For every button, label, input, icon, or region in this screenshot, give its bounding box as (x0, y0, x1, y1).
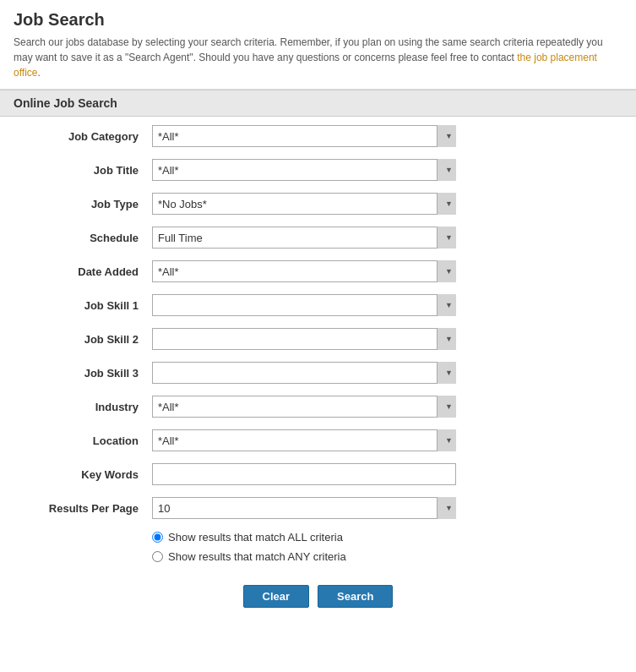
job-type-row: Job Type *No Jobs* (17, 193, 619, 215)
date-added-wrap: *All* (152, 260, 456, 282)
schedule-wrap: Full Time (152, 227, 456, 249)
page-title: Job Search (14, 10, 622, 30)
form-container: Job Category *All* Job Title *All* Job T… (0, 117, 636, 642)
contact-link[interactable]: the job placement office (14, 52, 597, 79)
date-added-row: Date Added *All* (17, 260, 619, 282)
schedule-label: Schedule (17, 232, 152, 244)
match-all-label[interactable]: Show results that match ALL criteria (168, 531, 343, 544)
location-wrap: *All* (152, 429, 456, 451)
page-description: Search our jobs database by selecting yo… (14, 35, 622, 80)
job-category-row: Job Category *All* (17, 125, 619, 147)
job-skill-2-row: Job Skill 2 (17, 328, 619, 350)
match-all-row: Show results that match ALL criteria (152, 531, 619, 544)
results-per-page-select[interactable]: 10 (152, 497, 456, 519)
job-category-label: Job Category (17, 130, 152, 143)
industry-wrap: *All* (152, 396, 456, 418)
match-any-label[interactable]: Show results that match ANY criteria (168, 550, 346, 563)
job-title-wrap: *All* (152, 159, 456, 181)
job-skill-1-label: Job Skill 1 (17, 299, 152, 312)
date-added-select[interactable]: *All* (152, 260, 456, 282)
location-label: Location (17, 434, 152, 447)
date-added-label: Date Added (17, 265, 152, 278)
job-category-select[interactable]: *All* (152, 125, 456, 147)
job-type-select[interactable]: *No Jobs* (152, 193, 456, 215)
schedule-row: Schedule Full Time (17, 227, 619, 249)
section-header: Online Job Search (0, 90, 636, 117)
job-skill-1-wrap (152, 294, 456, 316)
match-any-radio[interactable] (152, 551, 163, 562)
match-all-radio[interactable] (152, 532, 163, 543)
job-title-select[interactable]: *All* (152, 159, 456, 181)
job-skill-1-row: Job Skill 1 (17, 294, 619, 316)
buttons-area: Clear Search (17, 576, 619, 625)
job-type-wrap: *No Jobs* (152, 193, 456, 215)
job-type-label: Job Type (17, 198, 152, 210)
job-title-label: Job Title (17, 164, 152, 177)
results-per-page-wrap: 10 (152, 497, 456, 519)
job-category-wrap: *All* (152, 125, 456, 147)
clear-button[interactable]: Clear (243, 585, 310, 608)
match-any-row: Show results that match ANY criteria (152, 550, 619, 563)
job-skill-1-select[interactable] (152, 294, 456, 316)
keywords-row: Key Words (17, 463, 619, 485)
job-skill-2-select[interactable] (152, 328, 456, 350)
job-skill-3-wrap (152, 362, 456, 384)
job-skill-2-wrap (152, 328, 456, 350)
section-title: Online Job Search (14, 96, 117, 110)
job-skill-3-select[interactable] (152, 362, 456, 384)
schedule-select[interactable]: Full Time (152, 227, 456, 249)
job-title-row: Job Title *All* (17, 159, 619, 181)
search-button[interactable]: Search (318, 585, 393, 608)
job-skill-2-label: Job Skill 2 (17, 333, 152, 346)
job-skill-3-label: Job Skill 3 (17, 367, 152, 380)
industry-row: Industry *All* (17, 396, 619, 418)
location-select[interactable]: *All* (152, 429, 456, 451)
radio-group: Show results that match ALL criteria Sho… (17, 531, 619, 563)
job-skill-3-row: Job Skill 3 (17, 362, 619, 384)
results-per-page-label: Results Per Page (17, 502, 152, 515)
keywords-wrap (152, 463, 456, 485)
keywords-input[interactable] (152, 463, 456, 485)
location-row: Location *All* (17, 429, 619, 451)
industry-label: Industry (17, 401, 152, 413)
keywords-label: Key Words (17, 468, 152, 481)
page-header: Job Search Search our jobs database by s… (0, 0, 636, 90)
industry-select[interactable]: *All* (152, 396, 456, 418)
results-per-page-row: Results Per Page 10 (17, 497, 619, 519)
